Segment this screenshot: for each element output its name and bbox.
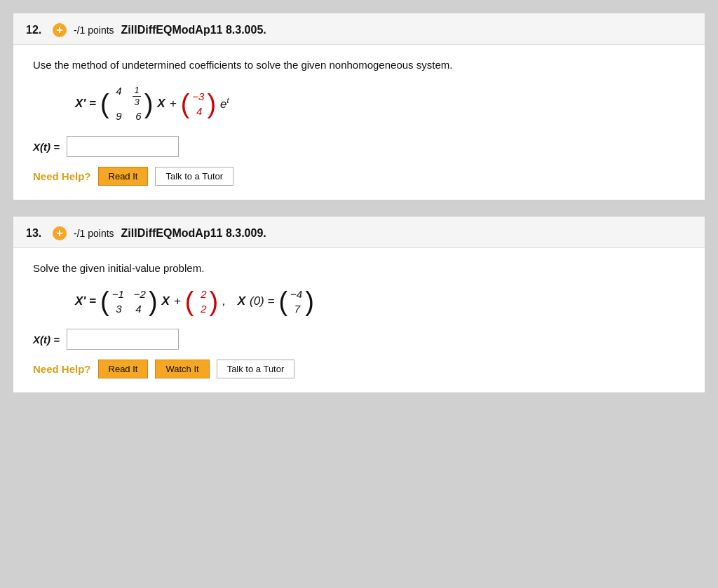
x0-paren-label: (0) =: [250, 294, 274, 308]
question-13-body: Solve the given initial-value problem. X…: [13, 247, 705, 392]
x0-label-13: X: [238, 294, 245, 308]
matrix3-13: ( −4 7 ): [278, 287, 313, 316]
question-12-block: 12. + -/1 points ZillDiffEQModAp11 8.3.0…: [13, 13, 705, 200]
answer-label-13: X(t) =: [33, 334, 60, 346]
watch-it-button-13[interactable]: Watch It: [155, 360, 209, 378]
question-12-body: Use the method of undetermined coefficie…: [13, 44, 705, 200]
talk-tutor-button-12[interactable]: Talk to a Tutor: [155, 167, 233, 186]
problem-id-13: ZillDiffEQModAp11 8.3.009.: [121, 227, 266, 240]
answer-row-13: X(t) =: [33, 329, 685, 350]
instruction-12: Use the method of undetermined coefficie…: [33, 59, 685, 71]
matrix2-12: ( −3 4 ): [181, 89, 216, 118]
answer-row-12: X(t) =: [33, 136, 685, 157]
question-13-number: 13.: [26, 227, 46, 240]
need-help-row-13: Need Help? Read It Watch It Talk to a Tu…: [33, 360, 685, 378]
page: 12. + -/1 points ZillDiffEQModAp11 8.3.0…: [0, 0, 718, 430]
need-help-row-12: Need Help? Read It Talk to a Tutor: [33, 167, 685, 186]
equation-13: X' = ( −1 −2 3 4 ): [75, 287, 685, 316]
plus-sign-12: +: [170, 97, 177, 111]
question-13-header: 13. + -/1 points ZillDiffEQModAp11 8.3.0…: [13, 217, 705, 247]
need-help-label-12: Need Help?: [33, 170, 91, 182]
x-bold-13: X: [162, 294, 170, 308]
comma-13: ,: [222, 294, 226, 308]
xprime-label-13: X' =: [75, 294, 96, 308]
xprime-label: X' =: [75, 97, 96, 111]
talk-tutor-button-13[interactable]: Talk to a Tutor: [217, 360, 295, 378]
answer-label-12: X(t) =: [33, 141, 60, 153]
points-label-13: -/1 points: [74, 228, 114, 239]
equation-12: X' = ( 4 1 3: [75, 83, 685, 123]
et-label-12: et: [220, 96, 229, 111]
plus-icon-12[interactable]: +: [53, 23, 67, 37]
instruction-13: Solve the given initial-value problem.: [33, 262, 685, 274]
read-it-button-12[interactable]: Read It: [98, 167, 149, 186]
plus-icon-13[interactable]: +: [53, 226, 67, 240]
answer-input-13[interactable]: [67, 329, 179, 350]
fraction-1-3: 1 3: [133, 85, 140, 107]
question-13-block: 13. + -/1 points ZillDiffEQModAp11 8.3.0…: [13, 216, 705, 393]
x-bold-12: X: [157, 97, 165, 111]
matrix2-13: ( 2 2 ): [185, 287, 218, 316]
matrix1-12: ( 4 1 3 9: [100, 83, 153, 123]
answer-input-12[interactable]: [67, 136, 179, 157]
read-it-button-13[interactable]: Read It: [98, 360, 149, 378]
need-help-label-13: Need Help?: [33, 363, 91, 375]
question-12-number: 12.: [26, 24, 46, 36]
points-label-12: -/1 points: [74, 25, 114, 36]
question-12-header: 12. + -/1 points ZillDiffEQModAp11 8.3.0…: [13, 13, 705, 44]
plus-sign-13: +: [174, 294, 181, 308]
problem-id-12: ZillDiffEQModAp11 8.3.005.: [121, 24, 266, 36]
matrix1-13: ( −1 −2 3 4 ): [100, 287, 158, 316]
